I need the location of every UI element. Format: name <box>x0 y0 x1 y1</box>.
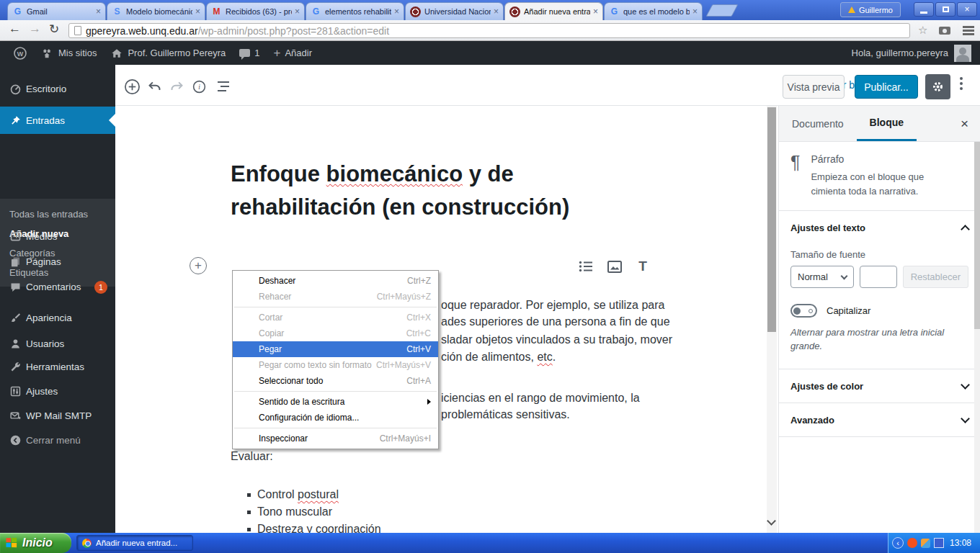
browser-tab-modelo[interactable]: S Modelo biomecánico - × <box>107 2 205 20</box>
menu-item-deshacer[interactable]: DeshacerCtrl+Z <box>233 273 438 289</box>
sidebar-item-ajustes[interactable]: Ajustes <box>0 379 115 404</box>
paragraph-text[interactable]: problemáticas sensitivas. <box>441 408 570 421</box>
list-item[interactable]: Destreza y coordinación <box>247 523 381 533</box>
sidebar-item-medios[interactable]: Medios <box>0 224 115 249</box>
paragraph-text[interactable]: sladar objetos vinculados a su trabajo, … <box>441 333 672 346</box>
tray-keyboard-icon[interactable] <box>934 538 944 548</box>
url-field[interactable]: gpereyra.web.unq.edu.ar/wp-admin/post.ph… <box>68 23 910 38</box>
list-item[interactable]: Tono muscular <box>247 505 332 518</box>
forward-icon[interactable]: → <box>29 22 41 36</box>
menu-item-seleccionar-todo[interactable]: Seleccionar todoCtrl+A <box>233 373 438 389</box>
sidebar-item-escritorio[interactable]: Escritorio <box>0 76 115 102</box>
restore-button[interactable] <box>935 2 956 17</box>
close-sidebar-icon[interactable]: × <box>961 116 980 132</box>
submenu-item-todas-las-entradas[interactable]: Todas las entradas <box>9 209 88 220</box>
text-settings-header[interactable]: Ajustes del texto <box>790 211 968 245</box>
reset-button[interactable]: Restablecer <box>903 266 968 288</box>
new-content-menu[interactable]: + Añadir <box>270 41 317 65</box>
my-sites-menu[interactable]: Mis sitios <box>37 41 101 65</box>
content-structure-icon[interactable]: i <box>190 78 208 95</box>
more-options-icon[interactable] <box>960 77 964 90</box>
url-host: gpereyra.web.unq.edu.ar <box>86 25 198 37</box>
sidebar-item-entradas[interactable]: Entradas <box>0 107 115 134</box>
color-settings-panel[interactable]: Ajustes de color <box>779 369 980 403</box>
submenu-arrow-icon <box>427 399 431 405</box>
menu-item-inspeccionar[interactable]: InspeccionarCtrl+Mayús+I <box>233 431 438 446</box>
block-inserter-icon[interactable] <box>123 78 141 95</box>
new-tab-button[interactable] <box>705 4 738 17</box>
tab-close-icon[interactable]: × <box>295 7 300 16</box>
comments-menu[interactable]: 1 <box>235 41 264 65</box>
start-button[interactable]: Inicio <box>0 533 71 553</box>
advanced-panel[interactable]: Avanzado <box>779 403 980 437</box>
paragraph-text[interactable]: ción de alimentos, etc. <box>441 351 556 364</box>
scrollbar-thumb[interactable] <box>767 107 776 332</box>
menu-item-configuracion-idioma[interactable]: Configuración de idioma... <box>233 410 438 426</box>
tab-documento[interactable]: Documento <box>779 106 857 141</box>
tab-close-icon[interactable]: × <box>195 7 200 16</box>
taskbar-task-chrome[interactable]: Añadir nueva entrad... <box>76 535 193 551</box>
wp-admin-bar: W Mis sitios Prof. Guillermo Pereyra 1 +… <box>0 41 980 65</box>
drop-cap-toggle[interactable] <box>790 304 817 318</box>
avatar[interactable] <box>954 45 971 62</box>
font-size-input[interactable] <box>860 266 897 288</box>
editor-scrollbar[interactable] <box>767 106 777 533</box>
minimize-button[interactable] <box>914 2 934 17</box>
browser-tab-anadir-active[interactable]: Añadir nueva entrada × <box>504 2 603 20</box>
publish-button[interactable]: Publicar... <box>855 75 918 99</box>
block-navigation-icon[interactable] <box>215 78 232 95</box>
preview-button[interactable]: Vista previa <box>783 75 845 99</box>
sidebar-item-comentarios[interactable]: Comentarios 1 <box>0 274 115 300</box>
tab-close-icon[interactable]: × <box>394 7 399 16</box>
text-block-icon[interactable]: T <box>635 258 651 274</box>
sidebar-item-usuarios[interactable]: Usuarios <box>0 331 115 356</box>
browser-tab-elementos[interactable]: G elementos rehabilitaci × <box>306 2 404 20</box>
tab-close-icon[interactable]: × <box>494 7 499 16</box>
sidebar-scrollbar[interactable] <box>974 142 980 533</box>
site-name-menu[interactable]: Prof. Guillermo Pereyra <box>106 41 230 65</box>
paragraph-text[interactable]: ades superiores de una persona a fin de … <box>441 315 670 328</box>
list-block-icon[interactable] <box>578 258 594 274</box>
scroll-down-icon[interactable] <box>767 516 776 526</box>
sidebar-item-cerrar-menu[interactable]: Cerrar menú <box>0 428 115 453</box>
list-item[interactable]: Control postural <box>247 488 339 501</box>
browser-tab-modelo-biom[interactable]: G que es el modelo biom × <box>604 2 703 20</box>
paragraph-evaluar[interactable]: Evaluar: <box>231 450 273 463</box>
browser-tab-gmail[interactable]: G Gmail × <box>7 2 106 20</box>
paragraph-text[interactable]: iciencias en el rango de movimiento, la <box>441 392 640 405</box>
wp-logo-menu[interactable]: W <box>9 41 32 65</box>
pages-icon <box>8 255 22 269</box>
sidebar-item-herramientas[interactable]: Herramientas <box>0 354 115 379</box>
sidebar-item-apariencia[interactable]: Apariencia <box>0 305 115 331</box>
scrollbar-thumb[interactable] <box>974 142 980 329</box>
undo-icon[interactable] <box>146 78 163 95</box>
browser-profile-button[interactable]: Guillermo <box>840 2 901 17</box>
sidebar-item-wp-mail-smtp[interactable]: WP Mail SMTP <box>0 403 115 428</box>
sidebar-item-paginas[interactable]: Páginas <box>0 249 115 274</box>
image-block-icon[interactable] <box>607 258 623 274</box>
browser-menu-icon[interactable] <box>963 26 974 35</box>
browser-tab-universidad[interactable]: Universidad Nacional × <box>405 2 504 20</box>
reload-icon[interactable]: ↻ <box>49 22 59 37</box>
bookmark-star-icon[interactable]: ☆ <box>918 24 927 37</box>
tray-collapse-icon[interactable]: ‹ <box>892 537 904 549</box>
add-block-icon[interactable]: + <box>190 257 207 274</box>
post-title[interactable]: Enfoque biomecánico y derehabilitación (… <box>231 158 677 224</box>
tab-close-icon[interactable]: × <box>692 7 698 16</box>
browser-tab-recibidos[interactable]: M Recibidos (63) - prof.g × <box>206 2 305 20</box>
account-greeting[interactable]: Hola, guillermo.pereyra <box>852 48 948 58</box>
tray-notification-icon[interactable] <box>907 538 917 548</box>
paragraph-text[interactable]: oque reparador. Por ejemplo, se utiliza … <box>441 299 664 312</box>
back-icon[interactable]: ← <box>9 22 21 36</box>
font-size-select[interactable]: Normal <box>790 266 854 288</box>
redo-icon[interactable] <box>168 78 185 95</box>
settings-gear-button[interactable] <box>925 74 950 99</box>
menu-item-pegar[interactable]: PegarCtrl+V <box>233 341 438 357</box>
close-button[interactable]: × <box>957 2 977 17</box>
tab-close-icon[interactable]: × <box>96 7 101 16</box>
tab-bloque[interactable]: Bloque <box>857 106 917 141</box>
menu-item-sentido-escritura[interactable]: Sentido de la escritura <box>233 394 438 410</box>
camera-icon[interactable] <box>939 27 950 35</box>
tab-close-icon[interactable]: × <box>593 7 598 16</box>
tray-app-icon[interactable] <box>921 539 930 548</box>
